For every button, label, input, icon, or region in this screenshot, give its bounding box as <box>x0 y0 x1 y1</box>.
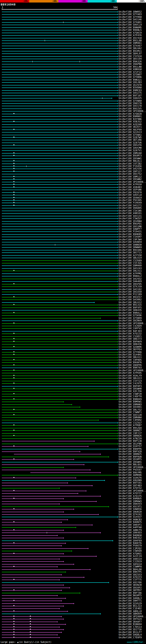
alignment-bar[interactable] <box>2 504 59 504</box>
hit-label[interactable]: UniRef100_Q7Y066 <box>119 351 142 354</box>
hit-label[interactable]: UniRef100_Q9FS17 <box>119 170 142 173</box>
hit-label[interactable]: UniRef100_B1N6D4 <box>119 623 142 626</box>
alignment-bar[interactable] <box>2 603 73 604</box>
alignment-bar[interactable] <box>2 614 100 614</box>
hit-label[interactable]: UniRef100_C5Z5G7 <box>119 422 142 424</box>
hit-label[interactable]: UniRef100_UPI0000... <box>119 181 146 183</box>
alignment-bar[interactable] <box>2 517 118 517</box>
alignment-bar[interactable] <box>2 514 98 515</box>
hit-label[interactable]: UniRef100_Q52FB6 <box>119 442 142 445</box>
hit-label[interactable]: UniRef100_A7P695 <box>119 372 142 374</box>
alignment-bar[interactable] <box>2 328 118 329</box>
hit-label[interactable]: UniRef100_Q95XT6 <box>119 144 142 146</box>
hit-label[interactable]: UniRef100_Q8L612 <box>119 301 142 304</box>
alignment-bar[interactable] <box>2 611 67 612</box>
alignment-bar[interactable] <box>2 538 63 538</box>
alignment-bar[interactable] <box>2 302 94 303</box>
hit-label[interactable]: UniRef100_Q9M461 <box>119 42 142 44</box>
hit-label[interactable]: UniRef100_Q8TM37 <box>119 589 142 592</box>
hit-label[interactable]: UniRef100_C5YT23 <box>119 380 142 382</box>
alignment-bar[interactable] <box>2 394 118 394</box>
hit-label[interactable]: UniRef100_Q74242 <box>119 513 142 516</box>
alignment-bar[interactable] <box>2 585 63 585</box>
alignment-bar[interactable] <box>2 119 118 120</box>
hit-label[interactable]: UniRef100_Q9SFD5 <box>119 283 142 285</box>
alignment-bar[interactable] <box>2 407 80 407</box>
hit-label[interactable]: UniRef100_P93597 <box>119 468 142 471</box>
alignment-bar[interactable] <box>2 561 63 562</box>
alignment-bar[interactable] <box>2 593 80 593</box>
hit-label[interactable]: UniRef100_Q9W052 <box>119 10 142 13</box>
alignment-bar[interactable] <box>2 80 118 80</box>
alignment-bar[interactable] <box>2 577 84 578</box>
alignment-bar[interactable] <box>2 438 118 439</box>
hit-label[interactable]: UniRef100_Q9SJB3 <box>119 81 142 84</box>
hit-label[interactable]: UniRef100_A7Q132 <box>119 332 142 335</box>
alignment-bar[interactable] <box>2 64 118 64</box>
alignment-bar[interactable] <box>2 46 118 46</box>
hit-label[interactable]: UniRef100_B9HPP6 <box>119 448 142 450</box>
alignment-bar[interactable] <box>2 156 118 156</box>
hit-label[interactable]: UniRef100_UPI0000... <box>119 466 146 468</box>
alignment-bar[interactable] <box>2 101 118 101</box>
alignment-bar[interactable] <box>2 305 118 305</box>
hit-label[interactable]: UniRef100_UPI0000... <box>119 615 146 618</box>
hit-label[interactable]: UniRef100_A7PKB7 <box>119 424 142 426</box>
hit-label[interactable]: UniRef100_A2Q346 <box>119 123 142 126</box>
hit-label[interactable]: UniRef100_Q43146 <box>119 18 142 21</box>
alignment-bar[interactable] <box>2 331 118 332</box>
hit-label[interactable]: UniRef100_Q75NA1 <box>119 134 142 136</box>
alignment-bar[interactable] <box>2 56 118 57</box>
hit-label[interactable]: UniRef100_B91LN8 <box>119 66 142 68</box>
alignment-bar[interactable] <box>2 446 88 446</box>
hit-label[interactable]: UniRef100_P93305 <box>119 199 142 202</box>
alignment-bar[interactable] <box>2 551 71 551</box>
alignment-bar[interactable] <box>2 276 118 276</box>
alignment-bar[interactable] <box>2 137 118 138</box>
hit-label[interactable]: UniRef100_C5WVQ9 <box>119 550 142 552</box>
hit-label[interactable]: UniRef100_Q9M2A0 <box>119 152 142 154</box>
hit-label[interactable]: UniRef100_B51LF7 <box>119 631 142 634</box>
alignment-bar[interactable] <box>2 150 118 151</box>
alignment-bar[interactable] <box>2 140 118 140</box>
alignment-bar[interactable] <box>2 132 118 132</box>
alignment-bar[interactable] <box>2 127 118 127</box>
alignment-bar[interactable] <box>2 370 118 371</box>
hit-label[interactable]: UniRef100_B9T107 <box>119 94 142 97</box>
hit-label[interactable]: UniRef100_Q5SMT5 <box>119 458 142 460</box>
hit-label[interactable]: UniRef100_C5WMF8 <box>119 566 142 568</box>
hit-label[interactable]: UniRef100_Q0WW69 <box>119 246 142 248</box>
alignment-bar[interactable] <box>2 200 118 200</box>
alignment-bar[interactable] <box>2 54 118 54</box>
hit-label[interactable]: UniRef100_B98UL2 <box>119 275 142 277</box>
hit-label[interactable]: UniRef100_C1MJQ2 <box>119 547 142 550</box>
hit-label[interactable]: UniRef100_Q4AX25 <box>119 97 142 100</box>
hit-label[interactable]: UniRef100_B9SZQ4 <box>119 427 142 429</box>
hit-label[interactable]: UniRef100_B4D3S2 <box>119 537 142 539</box>
hit-label[interactable]: UniRef100_Q9T4B3 <box>119 484 142 487</box>
alignment-bar[interactable] <box>2 226 118 227</box>
hit-label[interactable]: UniRef100_Q8KBV9 <box>119 612 142 615</box>
hit-label[interactable]: UniRef100_A91Y66 <box>119 581 142 584</box>
alignment-bar[interactable] <box>2 354 118 355</box>
alignment-bar[interactable] <box>2 459 73 460</box>
hit-label[interactable]: UniRef100_A5C918 <box>119 37 142 39</box>
hit-label[interactable]: UniRef100_C7E0F9 <box>119 636 142 639</box>
alignment-bar[interactable] <box>2 211 118 211</box>
hit-label[interactable]: UniRef100_Q7YA03 <box>119 13 142 16</box>
alignment-bar[interactable] <box>2 362 118 363</box>
hit-label[interactable]: UniRef100_A5BJG2 <box>119 120 142 123</box>
hit-label[interactable]: UniRef100_C5WPJ0 <box>119 393 142 395</box>
hit-label[interactable]: UniRef100_Q96578 <box>119 102 142 105</box>
hit-label[interactable]: UniRef100_C4J975 <box>119 382 142 385</box>
hit-label[interactable]: UniRef100_Q46BL3 <box>119 597 142 600</box>
alignment-bar[interactable] <box>2 38 118 38</box>
hit-label[interactable]: UniRef100_Q72F22 <box>119 71 142 73</box>
hit-label[interactable]: UniRef100_UPI0000... <box>119 369 146 372</box>
alignment-bar[interactable] <box>2 475 118 476</box>
hit-label[interactable]: UniRef100_B9RUL1 <box>119 312 142 314</box>
alignment-bar[interactable] <box>2 106 118 106</box>
hit-label[interactable]: UniRef100_Q45614 <box>119 563 142 566</box>
hit-label[interactable]: UniRef100_Q75N99 <box>119 317 142 319</box>
hit-label[interactable]: UniRef100_Q4Q8L4 <box>119 634 142 636</box>
